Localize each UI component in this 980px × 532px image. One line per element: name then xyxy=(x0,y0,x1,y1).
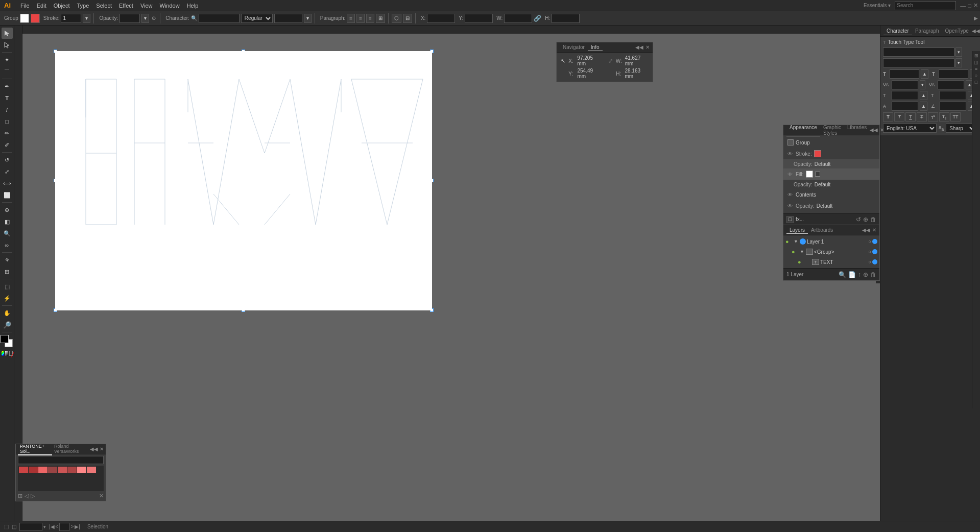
status-icon-2[interactable]: ◫ xyxy=(12,524,16,529)
appearance-recycle-btn[interactable]: ↺ xyxy=(856,216,861,223)
swatch-7[interactable] xyxy=(77,467,86,473)
leading-field[interactable]: (87.98 pt) xyxy=(939,69,968,79)
right-icon-1[interactable]: ⊞ xyxy=(974,53,978,58)
right-icon-4[interactable]: ○ xyxy=(975,73,977,78)
subscript-btn[interactable]: Ts xyxy=(939,112,949,122)
scale-v-field[interactable]: 100% xyxy=(940,91,966,100)
pantone-icon-4[interactable]: ✕ xyxy=(99,493,104,499)
pantone-search-input[interactable] xyxy=(18,456,104,464)
menu-type[interactable]: Type xyxy=(74,2,93,10)
baseline-up-btn[interactable]: ▲ xyxy=(920,102,927,111)
page-first-btn[interactable]: |◀ xyxy=(49,524,55,529)
page-current-input[interactable]: 1 xyxy=(59,523,69,531)
font-name-field[interactable]: Machine BT xyxy=(883,47,954,57)
pantone-close[interactable]: ✕ xyxy=(100,446,104,452)
layers-search-btn[interactable]: 🔍 xyxy=(839,271,846,278)
font-name-input[interactable]: Machine BT xyxy=(199,14,240,23)
swatch-8[interactable] xyxy=(87,467,96,473)
strikethrough-btn[interactable]: T xyxy=(917,112,927,122)
stroke-options-btn[interactable]: ▾ xyxy=(83,14,90,23)
appearance-dup-btn[interactable]: ⊕ xyxy=(863,216,868,223)
right-icon-2[interactable]: ◫ xyxy=(974,60,978,65)
underline-btn[interactable]: T xyxy=(905,112,916,122)
allcaps-btn[interactable]: TT xyxy=(950,112,961,122)
lasso-tool[interactable]: ⌒ xyxy=(2,66,13,77)
info-panel-close[interactable]: ✕ xyxy=(646,44,650,50)
superscript-btn[interactable]: Ts xyxy=(928,112,938,122)
magic-wand-tool[interactable]: ✦ xyxy=(2,54,13,65)
appearance-fill-row[interactable]: 👁 Fill: xyxy=(783,168,879,180)
pantone-icon-2[interactable]: ◁ xyxy=(25,493,29,499)
contents-eye-icon[interactable]: 👁 xyxy=(787,192,794,198)
swatch-1[interactable] xyxy=(19,467,28,473)
layer1-lock-icon[interactable]: ○ xyxy=(869,239,871,244)
constrain-proportions-icon[interactable]: 🔗 xyxy=(534,15,541,22)
group-expand-icon[interactable]: ▼ xyxy=(800,249,805,254)
text-lock-icon[interactable]: ○ xyxy=(869,259,871,264)
pantone-icon-3[interactable]: ▷ xyxy=(31,493,35,499)
rotate-tool[interactable]: ↺ xyxy=(2,154,13,165)
swatch-3[interactable] xyxy=(38,467,47,473)
tab-paragraph[interactable]: Paragraph xyxy=(912,27,942,35)
zoom-dropdown-btn[interactable]: ▾ xyxy=(43,524,46,529)
free-transform-tool[interactable]: ⬜ xyxy=(2,189,13,201)
fill-opacity-value[interactable]: Default xyxy=(815,182,831,187)
blend-tool[interactable]: ∞ xyxy=(2,239,13,251)
text-vis-icon[interactable]: ● xyxy=(798,259,805,265)
recolor-icon[interactable]: ⊙ xyxy=(152,15,156,21)
layer1-expand-icon[interactable]: ▼ xyxy=(794,239,799,244)
paintbrush-tool[interactable]: ✏ xyxy=(2,128,13,139)
swatch-4[interactable] xyxy=(48,467,57,473)
menu-select[interactable]: Select xyxy=(92,2,115,10)
type-tool[interactable]: T xyxy=(2,92,13,104)
font-style-select[interactable]: Regular Bold Italic xyxy=(241,14,273,23)
font-size-up-btn2[interactable]: ▲ xyxy=(921,69,928,79)
h-input[interactable]: 28.163 mm xyxy=(552,14,580,23)
font-size-up-btn[interactable]: ▾ xyxy=(304,14,312,23)
tab-layers[interactable]: Layers xyxy=(786,227,808,234)
font-style-field[interactable]: Regular xyxy=(883,58,954,67)
layers-close[interactable]: ✕ xyxy=(872,227,876,233)
align-left-btn[interactable]: ≡ xyxy=(347,14,355,23)
fill-color-swatch[interactable] xyxy=(20,14,29,23)
paragraph-options-btn[interactable]: ⊞ xyxy=(376,14,385,23)
scale-h-field[interactable]: 100% xyxy=(892,91,918,100)
y-input[interactable]: 268.571 mm xyxy=(465,14,493,23)
page-last-btn[interactable]: ▶| xyxy=(75,524,80,529)
shape-builder-tool[interactable]: ⊕ xyxy=(2,204,13,215)
appearance-collapse[interactable]: ◀◀ xyxy=(870,127,878,133)
italic-btn[interactable]: T xyxy=(894,112,904,122)
symbol-sprayer-tool[interactable]: ⚘ xyxy=(2,254,13,265)
align-right-btn[interactable]: ≡ xyxy=(366,14,374,23)
layers-move-btn[interactable]: ↑ xyxy=(858,271,861,278)
fill-swatch[interactable] xyxy=(1,335,9,343)
pen-tool[interactable]: ✒ xyxy=(2,81,13,92)
pantone-tab-2[interactable]: Roland VersaWorks xyxy=(52,443,90,455)
graph-tool[interactable]: ⊞ xyxy=(2,266,13,277)
layer-row-1[interactable]: ● ▼ Layer 1 ○ xyxy=(783,236,879,247)
appearance-close[interactable]: ✕ xyxy=(880,127,884,133)
font-size-field[interactable]: 73.32 pt xyxy=(890,69,919,79)
direct-selection-tool[interactable] xyxy=(2,39,13,51)
font-name-dropdown-btn[interactable]: ▾ xyxy=(955,47,962,57)
stroke-eye-icon[interactable]: 👁 xyxy=(787,151,794,157)
swatch-6[interactable] xyxy=(67,467,77,473)
eyedropper-tool[interactable]: 🔍 xyxy=(2,228,13,239)
window-close[interactable]: ✕ xyxy=(973,2,978,9)
appearance-delete-btn[interactable]: 🗑 xyxy=(870,216,876,223)
canvas-area[interactable]: // ruler marks inline SVG -- just decora… xyxy=(14,26,880,521)
menu-file[interactable]: File xyxy=(17,2,33,10)
fill-color-box2[interactable] xyxy=(806,171,813,178)
rectangle-tool[interactable]: □ xyxy=(2,116,13,127)
layers-dup-btn[interactable]: ⊕ xyxy=(863,271,868,278)
stroke-opacity-value[interactable]: Default xyxy=(815,161,831,167)
swatch-5[interactable] xyxy=(58,467,67,473)
char-panel-collapse-btn[interactable]: ◀◀ xyxy=(972,28,980,34)
menu-edit[interactable]: Edit xyxy=(33,2,50,10)
menu-window[interactable]: Window xyxy=(156,2,183,10)
stroke-color-swatch[interactable] xyxy=(31,14,40,23)
appearance-stroke-row[interactable]: 👁 Stroke: xyxy=(783,148,879,159)
layers-collapse[interactable]: ◀◀ xyxy=(862,227,870,233)
search-input[interactable] xyxy=(895,1,956,10)
page-prev-btn[interactable]: < xyxy=(56,524,59,529)
